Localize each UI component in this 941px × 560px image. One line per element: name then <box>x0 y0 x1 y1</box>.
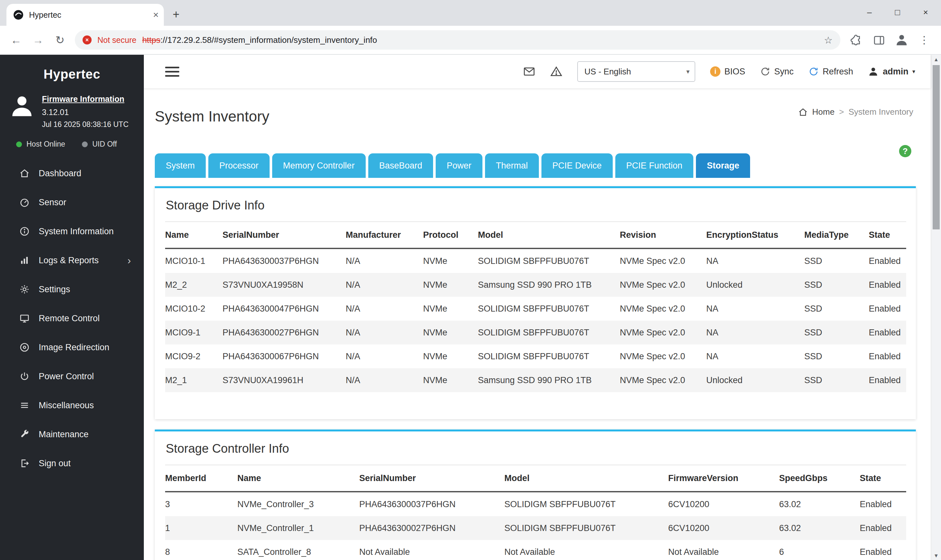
tab-close-icon[interactable]: × <box>153 10 159 20</box>
header-row: MemberIdNameSerialNumberModelFirmwareVer… <box>165 465 906 492</box>
browser-tab-strip: Hypertec × + – □ × <box>0 0 941 26</box>
sidebar-item-remote-control[interactable]: Remote Control <box>0 304 144 333</box>
storage-drive-info-card: Storage Drive Info NameSerialNumberManuf… <box>155 186 916 419</box>
cell: Enabled <box>869 368 906 392</box>
profile-avatar-icon[interactable] <box>895 33 909 47</box>
cell: 3 <box>165 492 238 516</box>
cell: SSD <box>804 345 869 368</box>
topbar-actions: US - English ▾ i BIOS Sync Refresh <box>523 61 915 82</box>
help-icon[interactable]: ? <box>899 145 911 157</box>
cell: NA <box>706 345 804 368</box>
window-close-button[interactable]: × <box>923 8 928 17</box>
sidebar: Hypertec Firmware Information 3.12.01 Ju… <box>0 55 144 560</box>
uid-status-label: UID Off <box>92 140 117 149</box>
cell: Not Available <box>668 540 779 560</box>
screen: Hypertec × + – □ × ← → ↻ × Not secure ht… <box>0 0 941 560</box>
column-header-model: Model <box>504 465 668 492</box>
scroll-down-icon[interactable]: ▼ <box>931 551 941 560</box>
column-header-serialnumber: SerialNumber <box>359 465 504 492</box>
window-minimize-button[interactable]: – <box>867 8 872 17</box>
sidebar-item-sensor[interactable]: Sensor <box>0 188 144 217</box>
cell: N/A <box>346 368 423 392</box>
host-online-indicator <box>16 142 22 147</box>
sidebar-item-settings[interactable]: Settings <box>0 275 144 304</box>
user-avatar-icon <box>8 92 35 129</box>
cell: Enabled <box>869 273 906 297</box>
sidebar-item-logs-reports[interactable]: Logs & Reports› <box>0 246 144 275</box>
back-button[interactable]: ← <box>9 34 23 46</box>
forward-button[interactable]: → <box>31 34 45 46</box>
sidebar-item-power-control[interactable]: Power Control <box>0 362 144 391</box>
sidebar-item-system-information[interactable]: System Information <box>0 217 144 246</box>
cell: MCIO9-2 <box>165 345 222 368</box>
scroll-up-icon[interactable]: ▲ <box>931 55 941 65</box>
cell: Enabled <box>860 492 906 516</box>
tab-thermal[interactable]: Thermal <box>485 153 539 178</box>
cell: NVMe Spec v2.0 <box>620 345 706 368</box>
bios-button[interactable]: i BIOS <box>710 66 745 77</box>
column-header-memberid: MemberId <box>165 465 238 492</box>
url-text[interactable]: https://172.29.2.58/#system_information/… <box>142 35 818 45</box>
user-icon <box>868 66 879 77</box>
browser-menu-icon[interactable]: ⋮ <box>916 34 932 46</box>
breadcrumb-home[interactable]: Home <box>812 107 835 117</box>
cell: N/A <box>346 345 423 368</box>
cell: Enabled <box>860 516 906 540</box>
profile-block: Firmware Information 3.12.01 Jul 16 2025… <box>0 82 144 129</box>
mail-notification-icon[interactable] <box>523 65 535 78</box>
column-header-state: State <box>860 465 906 492</box>
new-tab-button[interactable]: + <box>168 8 184 21</box>
cell: PHA6436300047P6HGN <box>222 297 346 321</box>
cell: 6 <box>779 540 860 560</box>
tab-memory-controller[interactable]: Memory Controller <box>272 153 366 178</box>
sidebar-item-label: Power Control <box>39 371 94 382</box>
browser-tab[interactable]: Hypertec × <box>6 4 164 26</box>
cell: N/A <box>346 248 423 273</box>
dashboard-icon <box>19 168 30 178</box>
cell: NVMe_Controller_1 <box>238 516 359 540</box>
sidebar-item-maintenance[interactable]: Maintenance <box>0 420 144 449</box>
tab-power[interactable]: Power <box>436 153 483 178</box>
not-secure-label[interactable]: Not secure <box>97 35 136 45</box>
cell: SSD <box>804 321 869 345</box>
bookmark-star-icon[interactable]: ☆ <box>824 34 833 46</box>
sync-button[interactable]: Sync <box>760 66 794 77</box>
cell: PHA6436300027P6HGN <box>222 321 346 345</box>
refresh-button[interactable]: Refresh <box>808 66 853 77</box>
cell: NA <box>706 321 804 345</box>
extensions-icon[interactable] <box>848 34 864 46</box>
menu-toggle-icon[interactable] <box>165 67 179 77</box>
scrollbar-thumb[interactable] <box>933 65 940 229</box>
window-maximize-button[interactable]: □ <box>895 8 900 17</box>
tab-pcie-function[interactable]: PCIE Function <box>615 153 693 178</box>
sidebar-item-sign-out[interactable]: Sign out <box>0 449 144 478</box>
tab-baseboard[interactable]: BaseBoard <box>368 153 433 178</box>
reload-button[interactable]: ↻ <box>53 34 67 46</box>
tab-storage[interactable]: Storage <box>696 153 750 178</box>
cell: SSD <box>804 297 869 321</box>
tab-system[interactable]: System <box>155 153 206 178</box>
side-panel-icon[interactable] <box>872 34 887 46</box>
tab-pcie-device[interactable]: PCIE Device <box>541 153 613 178</box>
cell: NVMe Spec v2.0 <box>620 248 706 273</box>
cell: S73VNU0XA19961H <box>222 368 346 392</box>
table-row: M2_2S73VNU0XA19958NN/ANVMeSamsung SSD 99… <box>165 273 906 297</box>
sidebar-item-miscellaneous[interactable]: Miscellaneous <box>0 391 144 420</box>
user-caret-down-icon: ▾ <box>912 68 915 75</box>
tab-processor[interactable]: Processor <box>208 153 270 178</box>
address-bar[interactable]: × Not secure https://172.29.2.58/#system… <box>75 30 841 49</box>
sidebar-item-label: Maintenance <box>39 429 89 440</box>
page-scrollbar[interactable]: ▲ ▼ <box>931 55 941 560</box>
sidebar-item-dashboard[interactable]: Dashboard <box>0 159 144 188</box>
user-menu[interactable]: admin ▾ <box>868 66 915 77</box>
language-select[interactable]: US - English ▾ <box>577 61 695 82</box>
alert-warning-icon[interactable] <box>550 65 562 78</box>
sidebar-item-label: System Information <box>39 226 114 237</box>
logs-reports-icon <box>19 255 30 266</box>
firmware-information-link[interactable]: Firmware Information <box>42 94 125 104</box>
cell: SOLIDIGM SBFPFUBU076T <box>478 297 620 321</box>
refresh-label: Refresh <box>823 67 853 77</box>
cell: PHA6436300027P6HGN <box>359 516 504 540</box>
cell: N/A <box>346 297 423 321</box>
sidebar-item-image-redirection[interactable]: Image Redirection <box>0 333 144 362</box>
